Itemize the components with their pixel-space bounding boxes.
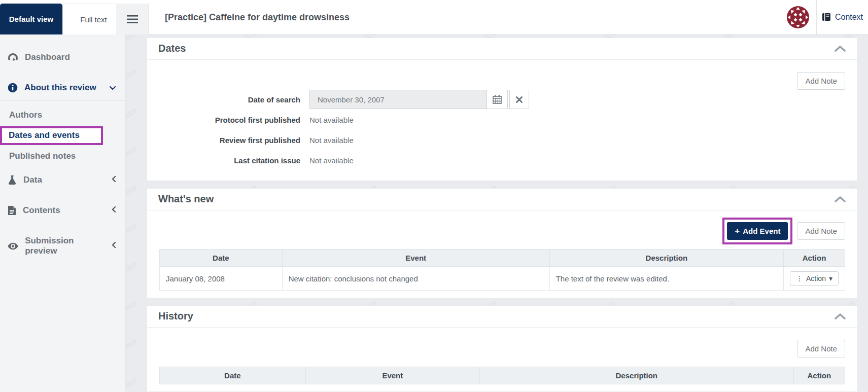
- revman-app: Default view Full text [Practice] Caffei…: [0, 0, 868, 392]
- column-header-event: Event: [282, 250, 549, 267]
- collapse-section-icon[interactable]: [834, 196, 846, 205]
- caret-down-icon: ▾: [829, 274, 832, 282]
- table-header-row: Date Event Description Action: [160, 250, 845, 267]
- action-label: Action: [806, 274, 826, 282]
- section-title: History: [158, 310, 193, 322]
- chevron-left-icon: [112, 241, 116, 251]
- view-tabs: Default view Full text: [0, 4, 125, 34]
- date-of-search-input-group: [309, 90, 529, 109]
- sidebar-item-submission-preview[interactable]: Submission preview: [0, 229, 125, 263]
- about-subnav: Authors Dates and events Published notes: [0, 101, 125, 168]
- dates-section-header: Dates: [147, 38, 857, 60]
- cell-date: January 08, 2008: [160, 267, 283, 291]
- column-header-event: Event: [305, 367, 479, 384]
- clear-date-button[interactable]: [509, 90, 529, 109]
- sidebar-item-label: Dashboard: [25, 52, 70, 62]
- add-note-button[interactable]: Add Note: [797, 222, 845, 240]
- table-header-row: Date Event Description Action: [160, 367, 845, 384]
- field-value: Not available: [309, 136, 354, 145]
- section-title: What's new: [158, 193, 214, 204]
- document-icon: [8, 205, 16, 216]
- add-event-button[interactable]: + Add Event: [727, 222, 788, 240]
- sidebar-item-label: Contents: [23, 205, 60, 216]
- plus-icon: +: [735, 227, 740, 235]
- table-row: January 08, 2008 New citation: conclusio…: [160, 267, 845, 291]
- sidebar-item-authors[interactable]: Authors: [0, 106, 125, 124]
- column-header-date: Date: [160, 367, 306, 384]
- field-value: Not available: [309, 116, 354, 124]
- sidebar-item-label: Dates and events: [9, 130, 80, 140]
- column-header-date: Date: [160, 250, 283, 267]
- whats-new-actions: + Add Event Add Note: [159, 218, 845, 244]
- info-circle-icon: [8, 83, 18, 93]
- collapse-section-icon[interactable]: [834, 45, 846, 54]
- sidebar: Dashboard About this review Authors Date…: [0, 34, 126, 392]
- tab-full-text[interactable]: Full text: [62, 4, 125, 34]
- context-label: Context: [835, 13, 863, 22]
- whats-new-section: What's new + Add Event Add Note: [147, 188, 858, 298]
- eye-icon: [8, 242, 18, 250]
- history-section-body: Add Note Date Event Description Action: [147, 328, 857, 391]
- cell-event: New citation: conclusions not changed: [282, 267, 549, 291]
- chevron-left-icon: [112, 175, 116, 185]
- column-header-description: Description: [549, 250, 783, 267]
- top-bar: Default view Full text [Practice] Caffei…: [0, 0, 868, 34]
- sidebar-toggle-button[interactable]: [116, 4, 149, 34]
- add-note-button[interactable]: Add Note: [797, 72, 845, 90]
- sidebar-item-label: Data: [23, 175, 42, 185]
- sidebar-item-label: About this review: [24, 83, 96, 93]
- whats-new-section-header: What's new: [147, 189, 857, 210]
- protocol-first-published-row: Protocol first published Not available: [159, 110, 845, 130]
- clear-x-icon: [516, 96, 523, 103]
- calendar-picker-button[interactable]: [487, 90, 508, 109]
- chevron-left-icon: [112, 205, 116, 216]
- section-title: Dates: [158, 43, 186, 54]
- flask-icon: [8, 175, 17, 185]
- field-label: Last citation issue: [159, 156, 309, 165]
- column-header-action: Action: [784, 250, 845, 267]
- history-actions: Add Note: [159, 340, 845, 358]
- dates-section-body: Add Note Date of search: [147, 60, 857, 181]
- collapse-section-icon[interactable]: [834, 313, 846, 322]
- field-label: Date of search: [159, 95, 309, 104]
- dates-section: Dates Add Note Date of search: [147, 38, 858, 181]
- dates-fields: Date of search: [159, 60, 845, 170]
- cell-description: The text of the review was edited.: [549, 267, 783, 291]
- column-header-action: Action: [793, 367, 845, 384]
- practice-logo: [786, 5, 810, 29]
- whats-new-section-body: + Add Event Add Note Date Event D: [147, 210, 857, 298]
- add-note-button[interactable]: Add Note: [797, 340, 845, 358]
- dashboard-gauge-icon: [8, 53, 18, 62]
- history-section-header: History: [147, 306, 857, 328]
- field-label: Review first published: [159, 136, 309, 145]
- field-value: Not available: [309, 156, 354, 165]
- sidebar-item-dates-and-events[interactable]: Dates and events: [0, 124, 125, 147]
- field-label: Protocol first published: [159, 116, 309, 124]
- history-table: Date Event Description Action: [159, 367, 845, 384]
- cell-action: ⋮ Action ▾: [784, 267, 845, 291]
- chevron-down-icon: [109, 83, 116, 93]
- context-button[interactable]: Context: [816, 0, 868, 34]
- kebab-icon: ⋮: [796, 274, 803, 282]
- calendar-icon: [493, 95, 502, 104]
- history-section: History Add Note Date Event: [147, 305, 858, 392]
- book-icon: [822, 13, 831, 22]
- top-bar-right: Context: [786, 0, 868, 34]
- sidebar-item-label: Submission preview: [25, 236, 105, 256]
- sidebar-item-contents[interactable]: Contents: [0, 199, 125, 222]
- page-title: [Practice] Caffeine for daytime drowsine…: [165, 0, 350, 34]
- sidebar-item-dashboard[interactable]: Dashboard: [0, 46, 125, 69]
- last-citation-issue-row: Last citation issue Not available: [159, 150, 845, 170]
- date-of-search-input[interactable]: [309, 90, 487, 109]
- sidebar-item-about-this-review[interactable]: About this review: [0, 76, 125, 99]
- annotation-highlight-box: + Add Event: [722, 218, 792, 244]
- date-of-search-row: Date of search: [159, 89, 845, 110]
- review-first-published-row: Review first published Not available: [159, 130, 845, 150]
- sidebar-item-data[interactable]: Data: [0, 168, 125, 192]
- row-action-dropdown-button[interactable]: ⋮ Action ▾: [790, 271, 839, 286]
- add-event-label: Add Event: [743, 227, 780, 235]
- sidebar-item-published-notes[interactable]: Published notes: [0, 147, 125, 165]
- main-content: PracticePracticePracticePracticePractice…: [126, 34, 868, 392]
- tab-default-view[interactable]: Default view: [0, 4, 62, 34]
- hamburger-icon: [127, 15, 138, 23]
